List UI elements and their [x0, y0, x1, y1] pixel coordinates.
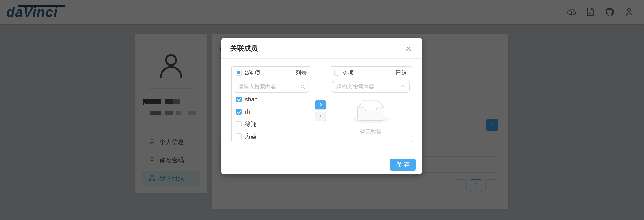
modal-title: 关联成员: [230, 44, 258, 53]
target-search-input[interactable]: [332, 81, 410, 92]
empty-state: 暂无数据: [330, 93, 412, 142]
item-checkbox[interactable]: [236, 96, 242, 102]
modal-footer: 保 存: [222, 154, 422, 174]
item-label: 方堃: [245, 132, 257, 140]
save-button[interactable]: 保 存: [390, 159, 416, 170]
close-icon[interactable]: [402, 38, 415, 59]
associate-members-modal: 关联成员 2/4 项 列表 shan: [222, 38, 422, 174]
transfer-source-header: 2/4 项 列表: [232, 67, 311, 79]
select-all-checkbox[interactable]: [236, 70, 242, 76]
app-root: daVinci: [0, 0, 644, 220]
empty-text: 暂无数据: [360, 128, 382, 136]
modal-header: 关联成员: [222, 38, 422, 59]
item-label: shan: [245, 96, 258, 103]
source-search: [232, 79, 311, 93]
list-item[interactable]: 徐翔: [232, 118, 311, 130]
source-search-input[interactable]: [234, 81, 309, 92]
selected-count: 2/4 项: [245, 69, 260, 77]
transfer-target-list: 0 项 已选: [330, 66, 412, 142]
chevron-left-icon: [318, 114, 323, 119]
list-item[interactable]: rh: [232, 106, 311, 118]
item-checkbox[interactable]: [236, 109, 242, 114]
modal-body: 2/4 项 列表 shan rh: [222, 59, 422, 154]
list-item[interactable]: 方堃: [232, 130, 311, 142]
selected-count: 0 项: [343, 69, 354, 77]
list-item[interactable]: shan: [232, 93, 311, 106]
move-right-button[interactable]: [315, 100, 326, 110]
list-title: 已选: [396, 69, 407, 77]
target-search: [330, 79, 412, 93]
item-checkbox[interactable]: [236, 134, 242, 139]
transfer-source-items: shan rh 徐翔 方堃: [232, 93, 311, 142]
transfer-operations: [312, 66, 330, 154]
list-title: 列表: [295, 69, 307, 77]
empty-inbox-icon: [352, 100, 389, 124]
chevron-right-icon: [318, 102, 323, 108]
item-label: rh: [245, 108, 250, 115]
move-left-button[interactable]: [315, 112, 326, 121]
transfer-target-header: 0 项 已选: [330, 67, 412, 79]
item-label: 徐翔: [245, 120, 257, 128]
transfer-source-list: 2/4 项 列表 shan rh: [231, 66, 312, 142]
item-checkbox[interactable]: [236, 121, 242, 127]
select-all-checkbox[interactable]: [334, 70, 340, 76]
